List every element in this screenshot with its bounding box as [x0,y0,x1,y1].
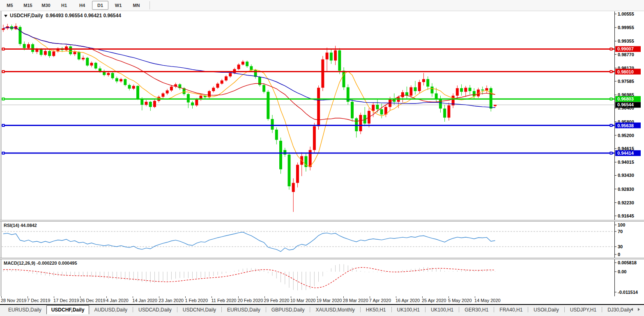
svg-text:0.94414: 0.94414 [617,151,634,156]
chart-tab-audusd-2[interactable]: AUDUSD,Daily [89,305,132,314]
svg-text:0.97585: 0.97585 [618,79,634,84]
svg-text:0.93430: 0.93430 [618,173,634,178]
scroll-left-icon[interactable] [631,308,633,311]
macd-histogram [3,264,495,290]
rsi-value: 44.0842 [21,223,37,228]
chart-title: USDCHF,Daily 0.96493 0.96554 0.96421 0.9… [4,13,121,18]
svg-text:0.99955: 0.99955 [618,25,634,30]
svg-text:0.92830: 0.92830 [618,187,634,192]
rsi-level-lines [2,231,614,247]
svg-text:-0.011514: -0.011514 [618,290,638,295]
time-axis-label: 28 Mar 2020 [343,298,368,303]
time-axis-label: 7 Apr 2020 [369,298,391,303]
time-axis-label: 11 Feb 2020 [211,298,236,303]
svg-text:0.00: 0.00 [618,269,626,274]
chart-tab-ger30-11[interactable]: GER30,H1 [460,305,493,314]
timeframe-button-mn[interactable]: MN [128,1,145,10]
time-axis[interactable]: 28 Nov 20197 Dec 201917 Dec 201926 Dec 2… [0,296,644,304]
svg-text:0.94015: 0.94015 [618,160,634,165]
time-axis-label: 4 Jan 2020 [106,298,128,303]
chart-tab-fra40-12[interactable]: FRA40,H1 [494,305,527,314]
tab-scroll-arrows [631,308,640,311]
moving-averages [3,27,495,167]
chart-tab-usdjpy-14[interactable]: USDJPY,H1 [565,305,601,314]
time-axis-label: 20 Feb 2020 [238,298,263,303]
timeframe-button-h4[interactable]: H4 [74,1,90,10]
macd-axis: 0.0058180.00-0.011514 [614,259,638,296]
timeframe-toolbar: M5M15M30H1H4D1W1MN [0,0,644,11]
time-axis-label: 7 Dec 2019 [27,298,50,303]
time-axis-label: 5 May 2020 [448,298,472,303]
tab-separator [528,307,528,312]
time-axis-label: 14 Jan 2020 [132,298,157,303]
svg-text:30: 30 [618,244,623,249]
macd-values: -0.000220 0.000495 [37,261,77,266]
horizontal-level-lines[interactable] [2,48,614,155]
tab-separator [564,307,565,312]
svg-text:100: 100 [618,222,625,227]
chart-tab-hk50-8[interactable]: HK50,H1 [361,305,391,314]
time-axis-label: 17 Dec 2019 [53,298,79,303]
tab-separator [494,307,494,312]
tab-separator [177,307,177,312]
time-axis-label: 1 Feb 2020 [185,298,208,303]
svg-text:0.005818: 0.005818 [618,260,637,265]
chart-tab-eurusd-5[interactable]: EURUSD,Daily [222,305,265,314]
time-axis-label: 14 May 2020 [474,298,501,303]
rsi-line [3,232,495,252]
chart-ohlc-values: 0.96493 0.96554 0.96421 0.96544 [46,13,121,18]
macd-indicator-label: MACD(12,26,9) -0.000220 0.000495 [4,261,77,266]
chart-tab-eurusd-0[interactable]: EURUSD,Daily [3,305,46,314]
chart-tab-uk100-10[interactable]: UK100,H1 [426,305,458,314]
main-price-chart[interactable]: 1.005550.999550.993550.987700.981700.975… [0,11,644,220]
rsi-axis: 10070300 [614,222,625,258]
svg-text:0.96544: 0.96544 [617,102,634,107]
tab-separator [459,307,459,312]
time-axis-label: 28 Nov 2019 [1,298,26,303]
svg-text:0.96803: 0.96803 [617,96,634,101]
timeframe-button-w1[interactable]: W1 [110,1,126,10]
chart-tab-usdcnh-4[interactable]: USDCNH,Daily [178,305,221,314]
tab-separator [425,307,426,312]
chart-tab-xauusd-7[interactable]: XAUUSD,Monthly [310,305,359,314]
svg-text:0.98010: 0.98010 [617,69,634,74]
tab-separator [360,307,361,312]
timeframe-button-d1[interactable]: D1 [92,1,108,10]
chart-tab-usdcad-3[interactable]: USDCAD,Daily [133,305,177,314]
chart-dropdown-icon[interactable] [4,15,7,17]
chart-tab-usoil-13[interactable]: USOil,Daily [529,305,564,314]
time-axis-label: 23 Jan 2020 [159,298,184,303]
svg-text:0.99007: 0.99007 [617,46,634,51]
timeframe-button-m15[interactable]: M15 [20,1,36,10]
svg-text:0.95200: 0.95200 [618,133,634,138]
price-axis[interactable]: 1.005550.999550.993550.987700.981700.975… [614,11,641,220]
svg-text:1.00555: 1.00555 [618,11,634,16]
chart-symbol: USDCHF,Daily [10,13,43,18]
timeframe-button-h1[interactable]: H1 [56,1,72,10]
chart-tab-usdchf-1[interactable]: USDCHF,Daily [46,305,90,314]
svg-text:0.99355: 0.99355 [618,39,634,44]
macd-panel[interactable]: 0.0058180.00-0.011514 [0,259,644,296]
time-axis-label: 25 Apr 2020 [422,298,446,303]
svg-text:70: 70 [618,229,623,234]
timeframe-button-m30[interactable]: M30 [38,1,54,10]
tab-separator [266,307,266,312]
scroll-right-icon[interactable] [638,308,640,311]
rsi-panel[interactable]: 10070300 [0,222,644,258]
svg-text:0.95638: 0.95638 [617,123,634,128]
timeframe-button-m5[interactable]: M5 [2,1,18,10]
rsi-indicator-label: RSI(14) 44.0842 [4,223,37,228]
chart-tab-bar: EURUSD,DailyUSDCHF,DailyAUDUSD,DailyUSDC… [0,305,644,316]
tab-separator [221,307,222,312]
chart-tab-uk100-9[interactable]: UK100,H1 [392,305,425,314]
tab-separator [602,307,602,312]
svg-text:0.92230: 0.92230 [618,200,634,205]
time-axis-label: 10 Mar 2020 [290,298,316,303]
chart-tab-gbpusd-6[interactable]: GBPUSD,Daily [267,305,310,314]
macd-signal-line [3,268,495,288]
time-axis-label: 16 Apr 2020 [396,298,420,303]
time-axis-label: 19 Mar 2020 [317,298,342,303]
svg-text:0: 0 [618,252,620,257]
toolbar-separator [150,1,150,9]
time-axis-label: 26 Dec 2019 [80,298,105,303]
